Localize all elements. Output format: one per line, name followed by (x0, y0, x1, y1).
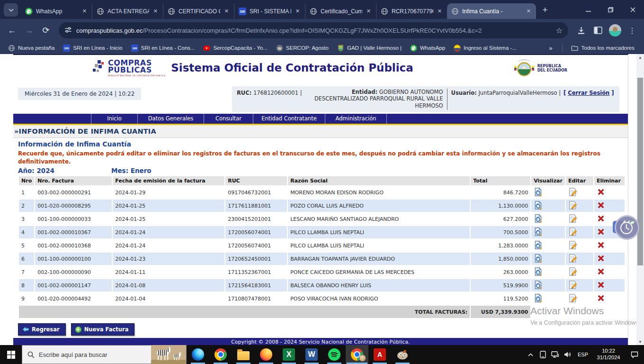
visualizar-icon[interactable] (534, 272, 543, 278)
browser-tab-2[interactable]: ACTA ENTREGA✕ (92, 3, 163, 19)
reload-button[interactable]: ⟳ (38, 22, 54, 38)
editar-icon[interactable] (568, 272, 577, 278)
bookmark-item-1[interactable]: Nueva pestaña (4, 44, 59, 53)
taskbar-clock[interactable]: 10:22 31/1/2024 (592, 348, 625, 361)
taskbar-spotify-icon[interactable] (323, 345, 346, 364)
url-text[interactable]: compraspublicas.gob.ec/ProcesoContrataci… (76, 27, 552, 34)
menu-item-datos-generales[interactable]: Datos Generales (138, 114, 204, 124)
bookmark-item-7[interactable]: WhatsApp (406, 44, 449, 53)
all-bookmarks-button[interactable]: Todos los marcadores (565, 45, 641, 52)
maximize-button[interactable] (599, 0, 622, 19)
visualizar-icon[interactable] (534, 192, 543, 198)
profile-avatar[interactable] (607, 22, 623, 38)
tab-close-icon[interactable]: ✕ (526, 7, 532, 15)
eliminar-icon[interactable] (597, 205, 605, 211)
tray-volume-icon[interactable] (562, 345, 574, 364)
visualizar-icon[interactable] (534, 232, 543, 238)
tab-close-icon[interactable]: ✕ (152, 7, 159, 15)
address-bar[interactable]: compraspublicas.gob.ec/ProcesoContrataci… (59, 22, 568, 38)
eliminar-icon[interactable] (597, 298, 605, 304)
tray-chevron-up-icon[interactable] (525, 345, 537, 364)
tab-close-icon[interactable]: ✕ (224, 7, 230, 15)
scroll-up-arrow[interactable]: ▲ (636, 54, 644, 61)
taskbar-explorer-icon[interactable] (232, 345, 255, 364)
new-tab-button[interactable]: + (538, 3, 552, 17)
editar-icon[interactable] (568, 218, 577, 225)
minimize-button[interactable] (577, 0, 599, 19)
tab-search-button[interactable] (4, 3, 18, 17)
menu-item-administracion[interactable]: Administración (325, 114, 387, 124)
taskbar-chrome-active-icon[interactable] (346, 345, 368, 364)
eliminar-icon[interactable] (597, 258, 605, 264)
browser-tab-3[interactable]: CERTIFICADO GA✕ (163, 3, 234, 19)
tab-close-icon[interactable]: ✕ (437, 7, 443, 15)
taskbar-search-input[interactable]: Escribe aquí para buscar (22, 345, 187, 364)
tray-tablet-icon[interactable] (537, 345, 549, 364)
visualizar-icon[interactable] (534, 218, 543, 225)
browser-tab-5[interactable]: Certificado_Cum✕ (305, 3, 376, 19)
editar-icon[interactable] (568, 192, 577, 198)
browser-tab-6[interactable]: RCR17067077909✕ (376, 3, 447, 19)
menu-item-inicio[interactable]: Inicio (91, 114, 138, 124)
eliminar-icon[interactable] (597, 284, 605, 291)
menu-item-entidad-contratante[interactable]: Entidad Contratante (253, 114, 325, 124)
bookmark-item-4[interactable]: SercopCapacita - Yo... (199, 44, 271, 53)
eliminar-icon[interactable] (597, 271, 605, 277)
browser-tab-7[interactable]: Infima Cuantía -✕ (447, 3, 536, 19)
start-button[interactable] (0, 345, 22, 364)
bookmark-item-3[interactable]: SRI en Línea - Cons... (127, 44, 199, 53)
editar-icon[interactable] (568, 232, 577, 238)
logout-link[interactable]: Cerrar Sesión (568, 90, 609, 96)
regresar-button[interactable]: Regresar (18, 323, 66, 336)
editar-icon[interactable] (568, 205, 577, 211)
side-panel-icon[interactable] (590, 22, 606, 38)
editar-icon[interactable] (568, 298, 577, 304)
eliminar-icon[interactable] (597, 191, 605, 198)
taskbar-excel-icon[interactable]: X (277, 345, 300, 364)
editar-icon[interactable] (568, 258, 577, 264)
menu-item-consultar[interactable]: Consultar (204, 114, 253, 124)
bookmark-item-8[interactable]: Ingreso al Sistema -... (449, 44, 521, 53)
tab-close-icon[interactable]: ✕ (295, 7, 301, 15)
taskbar-chrome-icon[interactable] (209, 345, 232, 364)
visualizar-icon[interactable] (534, 258, 543, 264)
forward-button[interactable]: → (21, 22, 37, 38)
timer-extension-widget[interactable] (615, 215, 638, 239)
visualizar-icon[interactable] (534, 285, 543, 291)
bookmark-item-5[interactable]: SERCOP: Agosto (272, 44, 333, 53)
eliminar-icon[interactable] (597, 218, 605, 224)
nueva-factura-button[interactable]: + Nueva Factura (71, 323, 135, 336)
visualizar-icon[interactable] (534, 298, 543, 304)
bookmark-star-icon[interactable]: ☆ (556, 26, 563, 35)
downloads-icon[interactable] (573, 22, 589, 38)
search-highlight-zebra-image[interactable] (151, 345, 186, 364)
back-button[interactable]: ← (4, 22, 20, 38)
bookmark-item-2[interactable]: SRI en Línea - Inicio (59, 44, 126, 53)
bookmarks-overflow-chevron[interactable]: » (542, 45, 559, 52)
tray-network-icon[interactable] (549, 345, 562, 364)
close-window-button[interactable] (622, 0, 644, 19)
taskbar-gimp-icon[interactable] (391, 345, 414, 364)
taskbar-acrobat-icon[interactable]: A (368, 345, 391, 364)
editar-icon[interactable] (568, 285, 577, 291)
taskbar-edge-icon[interactable] (187, 345, 209, 364)
page-scrollbar[interactable]: ▲ ▼ (636, 54, 644, 345)
eliminar-icon[interactable] (597, 231, 605, 237)
eliminar-icon[interactable] (597, 245, 605, 251)
chrome-menu-icon[interactable]: ⋮ (624, 22, 640, 38)
bookmark-item-6[interactable]: GAD | Valle Hermoso | (333, 44, 406, 53)
visualizar-icon[interactable] (534, 245, 543, 251)
tab-close-icon[interactable]: ✕ (366, 7, 372, 15)
site-settings-icon[interactable] (64, 26, 72, 35)
taskbar-word-icon[interactable]: W (300, 345, 323, 364)
editar-icon[interactable] (568, 245, 577, 251)
cell: PILCO LLAMBA LUIS NEPTALI (288, 226, 470, 238)
browser-tab-1[interactable]: WhatsApp✕ (21, 3, 92, 19)
visualizar-icon[interactable] (534, 205, 543, 211)
language-indicator[interactable]: ESP (574, 352, 592, 357)
tab-close-icon[interactable]: ✕ (81, 7, 88, 15)
action-center-icon[interactable] (625, 345, 644, 364)
taskbar-firefox-icon[interactable] (255, 345, 277, 364)
scroll-down-arrow[interactable]: ▼ (636, 338, 644, 345)
browser-tab-4[interactable]: SRI - SISTEMA DI✕ (234, 3, 305, 19)
